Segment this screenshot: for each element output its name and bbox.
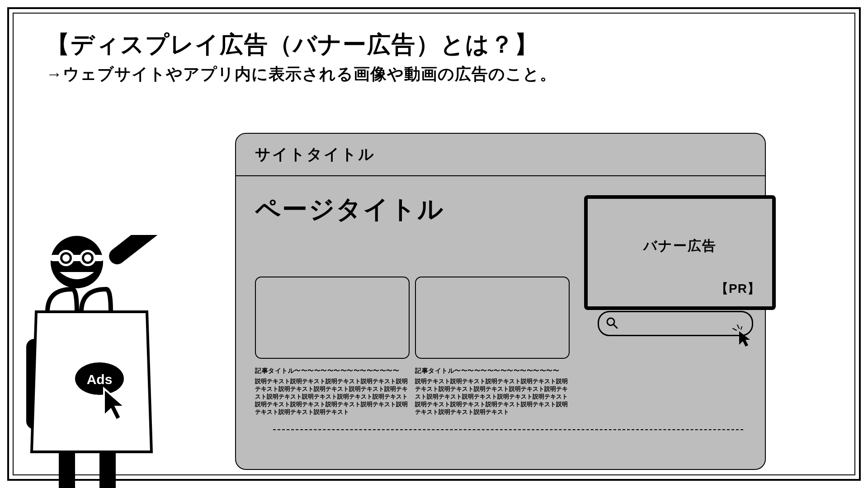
svg-line-1	[613, 324, 617, 328]
svg-line-3	[733, 328, 736, 330]
mascot-character: Ads	[18, 235, 199, 488]
svg-rect-16	[59, 452, 75, 488]
banner-label: バナー広告	[588, 237, 772, 255]
site-header: サイトタイトル	[236, 134, 765, 176]
article-body-2: 説明テキスト説明テキスト説明テキスト説明テキスト説明テキスト説明テキスト説明テキ…	[415, 378, 568, 416]
svg-rect-13	[106, 235, 165, 267]
ads-badge-label: Ads	[87, 372, 113, 387]
svg-line-2	[737, 325, 739, 328]
pr-badge: 【PR】	[716, 280, 760, 297]
page-title: ページタイトル	[255, 192, 444, 227]
svg-point-5	[51, 236, 103, 288]
svg-rect-17	[99, 452, 116, 488]
divider	[273, 429, 743, 430]
svg-point-9	[62, 254, 70, 262]
article-title-2: 記事タイトル〜〜〜〜〜〜〜〜〜〜〜〜〜〜〜〜	[415, 367, 559, 375]
slide-subtitle: →ウェブサイトやアプリ内に表示される画像や動画の広告のこと。	[46, 63, 557, 85]
article-title-1: 記事タイトル〜〜〜〜〜〜〜〜〜〜〜〜〜〜〜〜	[255, 367, 399, 375]
svg-point-12	[84, 254, 91, 262]
slide-title: 【ディスプレイ広告（バナー広告）とは？】	[46, 29, 539, 61]
search-icon	[605, 316, 619, 332]
article-body-1: 説明テキスト説明テキスト説明テキスト説明テキスト説明テキスト説明テキスト説明テキ…	[255, 378, 408, 416]
banner-ad[interactable]: バナー広告 【PR】	[584, 195, 776, 310]
article-card-2	[415, 277, 570, 359]
article-card-1	[255, 277, 410, 359]
search-bar[interactable]	[598, 311, 753, 336]
inner-frame: 【ディスプレイ広告（バナー広告）とは？】 →ウェブサイトやアプリ内に表示される画…	[13, 13, 855, 475]
site-title: サイトタイトル	[255, 144, 375, 165]
svg-line-4	[741, 327, 742, 329]
website-mockup: サイトタイトル ページタイトル 記事タイトル〜〜〜〜〜〜〜〜〜〜〜〜〜〜〜〜 記…	[235, 133, 766, 470]
cursor-click-icon	[731, 324, 755, 350]
outer-frame: 【ディスプレイ広告（バナー広告）とは？】 →ウェブサイトやアプリ内に表示される画…	[7, 7, 861, 481]
